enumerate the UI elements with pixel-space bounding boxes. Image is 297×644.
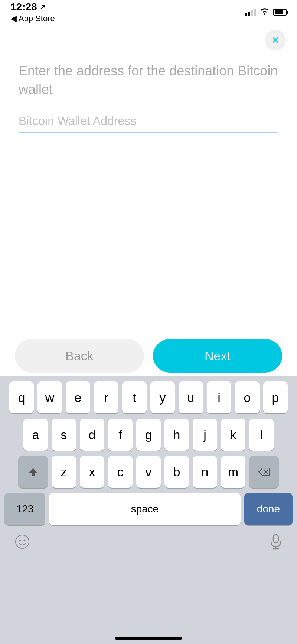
status-bar: 12:28 ↗ ◀ App Store [0, 0, 297, 22]
key-r[interactable]: r [94, 381, 118, 413]
wallet-input-container [19, 114, 278, 133]
shift-key[interactable] [18, 456, 48, 488]
status-time: 12:28 ↗ [10, 1, 55, 13]
action-buttons: Back Next [0, 339, 297, 373]
key-d[interactable]: d [80, 419, 104, 451]
key-y[interactable]: y [150, 381, 175, 413]
close-button-container: ✕ [0, 22, 297, 51]
close-icon: ✕ [271, 35, 280, 45]
key-x[interactable]: x [80, 456, 104, 488]
key-v[interactable]: v [136, 456, 161, 488]
back-nav-label[interactable]: ◀ App Store [10, 14, 55, 23]
svg-point-2 [16, 535, 29, 548]
key-h[interactable]: h [164, 419, 189, 451]
numbers-key[interactable]: 123 [4, 493, 45, 525]
next-button[interactable]: Next [153, 339, 282, 373]
back-button[interactable]: Back [15, 339, 144, 373]
wallet-address-input[interactable] [19, 114, 278, 128]
time-display: 12:28 [10, 1, 37, 13]
status-icons [245, 7, 287, 17]
delete-key[interactable] [249, 456, 279, 488]
svg-point-3 [19, 540, 21, 541]
key-z[interactable]: z [52, 456, 76, 488]
status-left: 12:28 ↗ ◀ App Store [10, 1, 55, 23]
keyboard-rows: q w e r t y u i o p a s d f g h j k l [0, 376, 297, 525]
svg-point-4 [24, 540, 26, 541]
microphone-button[interactable] [270, 534, 282, 553]
keyboard: q w e r t y u i o p a s d f g h j k l [0, 376, 297, 644]
main-content: Enter the address for the destination Bi… [0, 51, 297, 133]
key-u[interactable]: u [179, 381, 203, 413]
location-icon: ↗ [39, 3, 46, 12]
key-w[interactable]: w [37, 381, 62, 413]
keyboard-row-2: a s d f g h j k l [2, 419, 295, 451]
emoji-button[interactable] [15, 534, 30, 553]
space-key[interactable]: space [49, 493, 241, 525]
key-g[interactable]: g [136, 419, 161, 451]
key-m[interactable]: m [221, 456, 245, 488]
key-e[interactable]: e [66, 381, 90, 413]
key-n[interactable]: n [193, 456, 217, 488]
key-f[interactable]: f [108, 419, 133, 451]
keyboard-row-3: z x c v b n m [2, 456, 295, 488]
svg-rect-5 [273, 535, 278, 543]
key-s[interactable]: s [52, 419, 76, 451]
key-a[interactable]: a [23, 419, 48, 451]
key-b[interactable]: b [164, 456, 189, 488]
key-p[interactable]: p [263, 381, 288, 413]
key-q[interactable]: q [9, 381, 34, 413]
battery-icon [273, 9, 287, 16]
key-t[interactable]: t [122, 381, 147, 413]
done-key[interactable]: done [244, 493, 293, 525]
wifi-icon [260, 7, 270, 17]
instruction-text: Enter the address for the destination Bi… [19, 62, 278, 99]
app-store-back[interactable]: ◀ App Store [10, 14, 55, 23]
key-l[interactable]: l [249, 419, 274, 451]
home-indicator [115, 637, 182, 640]
key-c[interactable]: c [108, 456, 133, 488]
keyboard-bottom-row: 123 space done [2, 493, 295, 525]
key-i[interactable]: i [207, 381, 231, 413]
key-j[interactable]: j [193, 419, 217, 451]
emoji-mic-row [0, 530, 297, 553]
key-k[interactable]: k [221, 419, 245, 451]
key-o[interactable]: o [235, 381, 260, 413]
keyboard-row-1: q w e r t y u i o p [2, 381, 295, 413]
close-button[interactable]: ✕ [265, 30, 286, 51]
signal-icon [245, 9, 256, 16]
